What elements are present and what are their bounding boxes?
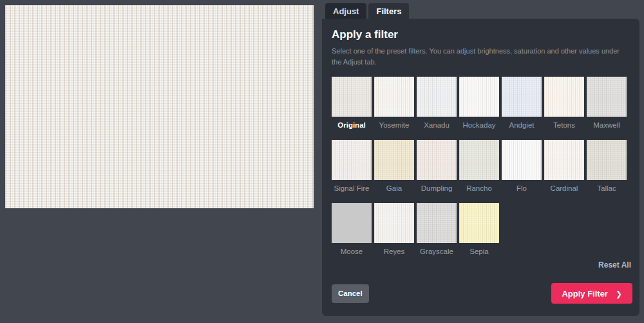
chevron-right-icon: ❯ [616,289,622,299]
filter-label: Flo [502,184,542,192]
filter-item-reyes[interactable]: Reyes [374,203,414,255]
filter-label: Grayscale [417,248,457,255]
apply-filter-label: Apply Filter [562,289,608,299]
filter-item-andgiet[interactable]: Andgiet [502,77,542,129]
filter-label: Xanadu [417,121,457,129]
filter-thumbnail[interactable] [459,203,499,243]
filter-item-gaia[interactable]: Gaia [374,140,414,192]
filter-item-grayscale[interactable]: Grayscale [417,203,457,255]
filter-label: Yosemite [374,121,414,129]
filter-label: Signal Fire [332,184,372,192]
tab-filters[interactable]: Filters [368,3,409,19]
filter-item-signal-fire[interactable]: Signal Fire [332,140,372,192]
filter-label: Original [332,121,372,129]
reset-all-link[interactable]: Reset All [598,260,631,269]
page-title: Apply a filter [332,28,632,41]
canvas-preview-image [5,5,314,208]
panel-tabs: Adjust Filters [325,3,409,19]
filter-thumbnail[interactable] [374,203,414,243]
filter-label: Gaia [374,184,414,192]
filter-grid: OriginalYosemiteXanaduHockadayAndgietTet… [332,77,632,255]
filter-item-moose[interactable]: Moose [332,203,372,255]
filter-label: Moose [332,248,372,255]
filter-thumbnail[interactable] [332,140,372,180]
filter-item-flo[interactable]: Flo [502,140,542,192]
filter-item-xanadu[interactable]: Xanadu [417,77,457,129]
filter-label: Tallac [587,184,627,192]
filters-panel: Apply a filter Select one of the preset … [322,19,639,316]
filter-thumbnail[interactable] [544,77,584,117]
filter-item-rancho[interactable]: Rancho [459,140,499,192]
filter-thumbnail[interactable] [544,140,584,180]
panel-description: Select one of the preset filters. You ca… [332,46,628,67]
filter-thumbnail[interactable] [374,77,414,117]
filter-thumbnail[interactable] [502,140,542,180]
filter-thumbnail[interactable] [459,77,499,117]
filter-item-tetons[interactable]: Tetons [544,77,584,129]
filter-label: Tetons [544,121,584,129]
filter-thumbnail[interactable] [459,140,499,180]
filter-item-dumpling[interactable]: Dumpling [417,140,457,192]
tab-adjust[interactable]: Adjust [325,3,366,19]
filter-item-hockaday[interactable]: Hockaday [459,77,499,129]
filter-thumbnail[interactable] [417,203,457,243]
filter-label: Andgiet [502,121,542,129]
filter-thumbnail[interactable] [417,77,457,117]
panel-footer: Cancel Apply Filter ❯ [332,283,632,304]
filter-thumbnail[interactable] [587,140,627,180]
filter-label: Cardinal [544,184,584,192]
apply-filter-button[interactable]: Apply Filter ❯ [551,283,632,304]
filter-item-maxwell[interactable]: Maxwell [587,77,627,129]
filter-thumbnail[interactable] [417,140,457,180]
filter-thumbnail[interactable] [587,77,627,117]
filter-label: Dumpling [417,184,457,192]
filter-thumbnail[interactable] [374,140,414,180]
filter-label: Rancho [459,184,499,192]
filter-item-cardinal[interactable]: Cardinal [544,140,584,192]
filter-label: Reyes [374,248,414,255]
filter-thumbnail[interactable] [502,77,542,117]
filter-item-tallac[interactable]: Tallac [587,140,627,192]
filter-label: Maxwell [587,121,627,129]
filter-label: Sepia [459,248,499,255]
filter-item-sepia[interactable]: Sepia [459,203,499,255]
cancel-button[interactable]: Cancel [332,284,369,303]
filter-thumbnail[interactable] [332,77,372,117]
filter-thumbnail[interactable] [332,203,372,243]
filter-label: Hockaday [459,121,499,129]
filter-item-yosemite[interactable]: Yosemite [374,77,414,129]
filter-item-original[interactable]: Original [332,77,372,129]
